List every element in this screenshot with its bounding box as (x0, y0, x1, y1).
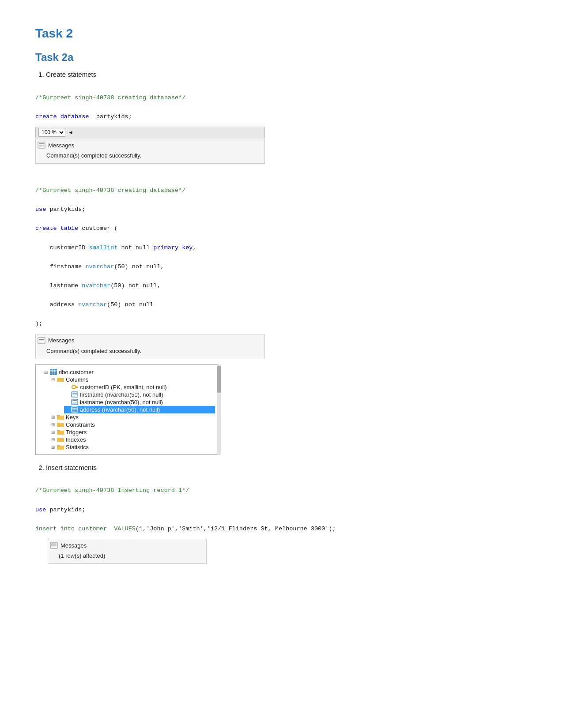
svg-rect-24 (72, 402, 77, 403)
tree-keys-label: Keys (66, 414, 79, 420)
folder-icon-indexes (57, 436, 64, 443)
tree-triggers-folder[interactable]: ⊞ Triggers (50, 428, 215, 436)
result-content-2: Command(s) completed successfully. (36, 345, 264, 357)
tree-indexes-label: Indexes (66, 436, 86, 443)
folder-icon-triggers (57, 429, 64, 435)
code-col-lastname: lastname (49, 282, 82, 289)
col-icon-lastname (71, 399, 78, 405)
result-content-3: (1 row(s) affected) (48, 550, 206, 562)
tree-toggle-table[interactable]: ⊟ (43, 369, 49, 375)
code-block-2: /*Gurpreet singh-40738 creating database… (35, 176, 528, 329)
tree-toggle-keys[interactable]: ⊞ (50, 414, 56, 420)
folder-icon-constraints (57, 421, 64, 428)
scrollbar-thumb[interactable] (217, 366, 221, 393)
svg-rect-16 (77, 387, 78, 388)
code-col-firstname: firstname (49, 263, 85, 270)
tree-col-address[interactable]: ○ address (nvarchar(50), not null) (64, 406, 215, 413)
svg-rect-19 (72, 393, 77, 394)
code-create-table-kw: create table (35, 225, 78, 232)
tree-constraints-folder[interactable]: ⊞ Constraints (50, 421, 215, 428)
svg-rect-33 (51, 547, 55, 547)
svg-rect-32 (51, 545, 57, 546)
folder-icon-statistics (57, 444, 64, 450)
tree-col-lastname[interactable]: ○ lastname (nvarchar(50), not null) (64, 398, 215, 406)
tree-col-firstname-label: firstname (nvarchar(50), not null) (80, 391, 163, 398)
tree-col-customerid-label: customerID (PK, smallint, not null) (80, 384, 167, 390)
messages-icon-3 (50, 542, 58, 549)
code-comment-1: /*Gurpreet singh-40738 creating database… (35, 94, 185, 101)
tree-indexes-folder[interactable]: ⊞ Indexes (50, 436, 215, 443)
svg-rect-20 (72, 394, 77, 395)
tree-container: ⊟ dbo.customer ⊟ Columns ○ (35, 364, 221, 455)
scrollbar[interactable] (217, 364, 221, 455)
tree-columns-label: Columns (66, 376, 88, 383)
tree-toggle-indexes[interactable]: ⊞ (50, 436, 56, 443)
code-tablename: customer ( (82, 225, 117, 232)
zoom-select-1[interactable]: 100 % (38, 128, 65, 137)
svg-rect-3 (39, 146, 42, 147)
tree-statistics-label: Statistics (66, 444, 89, 450)
code-use-kw: use (35, 206, 46, 213)
result-content-1: Command(s) completed successfully. (36, 150, 264, 161)
svg-rect-27 (72, 408, 77, 409)
tree-col-address-label: address (nvarchar(50), not null) (80, 406, 160, 413)
tree-columns-folder[interactable]: ⊟ Columns (50, 376, 215, 383)
messages-label-3: Messages (60, 542, 87, 549)
tree-toggle-constraints[interactable]: ⊞ (50, 421, 56, 428)
folder-icon-keys (57, 414, 64, 420)
code-pk-kw: primary key (153, 244, 193, 251)
tree-table-node[interactable]: ⊟ dbo.customer (43, 368, 215, 376)
svg-rect-6 (39, 341, 44, 341)
col-icon-firstname (71, 391, 78, 398)
code-comment-3: /*Gurpreet singh-40738 Inserting record … (35, 487, 189, 494)
toolbar-arrow-1: ◄ (68, 129, 73, 135)
code-block-1: /*Gurpreet singh-40738 creating database… (35, 83, 528, 121)
tree-col-customerid[interactable]: ○ customerID (PK, smallint, not null) (64, 383, 215, 391)
code-type-nvarchar3: nvarchar (78, 301, 107, 308)
messages-label-1: Messages (48, 142, 74, 149)
tree-col-firstname[interactable]: ○ firstname (nvarchar(50), not null) (64, 391, 215, 398)
task-sub-title: Task 2a (35, 51, 528, 64)
svg-rect-11 (50, 373, 57, 373)
code-col-customerid: customerID (49, 244, 89, 251)
result-box-3: Messages (1 row(s) affected) (48, 539, 207, 564)
tree-view: ⊟ dbo.customer ⊟ Columns ○ (35, 364, 221, 455)
code-dbname-1: partykids; (96, 113, 132, 120)
tree-toggle-statistics[interactable]: ⊞ (50, 444, 56, 450)
svg-rect-25 (72, 403, 76, 404)
tree-toggle-triggers[interactable]: ⊞ (50, 429, 56, 435)
messages-label-2: Messages (48, 337, 74, 344)
folder-icon-columns (57, 376, 64, 383)
svg-rect-9 (50, 370, 57, 371)
code-notnull-pk-pre: not null (117, 244, 153, 251)
toolbar-strip-1: 100 % ◄ (35, 127, 265, 138)
code-type-smallint: smallint (89, 244, 118, 251)
code-keyword-create-db: create database (35, 113, 89, 120)
result-header-2: Messages (36, 336, 264, 345)
code-type-nvarchar1: nvarchar (85, 263, 114, 270)
result-box-3-wrapper: Messages (1 row(s) affected) (48, 539, 528, 564)
tree-keys-folder[interactable]: ⊞ Keys (50, 413, 215, 421)
svg-rect-2 (39, 145, 44, 146)
tree-statistics-folder[interactable]: ⊞ Statistics (50, 443, 215, 451)
code-col-address: address (49, 301, 78, 308)
result-box-1: Messages Command(s) completed successful… (35, 139, 265, 164)
col-icon-address (71, 406, 78, 413)
messages-icon-1 (38, 142, 45, 149)
list-item-2: Insert statements (46, 464, 528, 471)
svg-rect-21 (72, 396, 76, 397)
code-use-kw-2: use (35, 507, 46, 513)
svg-rect-31 (51, 544, 57, 544)
svg-rect-13 (54, 369, 55, 375)
code-type-nvarchar2: nvarchar (82, 282, 110, 289)
svg-rect-1 (39, 143, 44, 144)
tree-toggle-columns[interactable]: ⊟ (50, 376, 56, 383)
svg-rect-12 (52, 369, 53, 375)
code-dbname-3: partykids; (49, 507, 85, 513)
task-main-title: Task 2 (35, 26, 528, 41)
svg-rect-28 (72, 409, 77, 410)
tree-triggers-label: Triggers (66, 429, 87, 435)
svg-rect-5 (39, 339, 44, 340)
code-insert-kw: insert into customer VALUES (35, 525, 136, 532)
svg-rect-10 (50, 372, 57, 372)
